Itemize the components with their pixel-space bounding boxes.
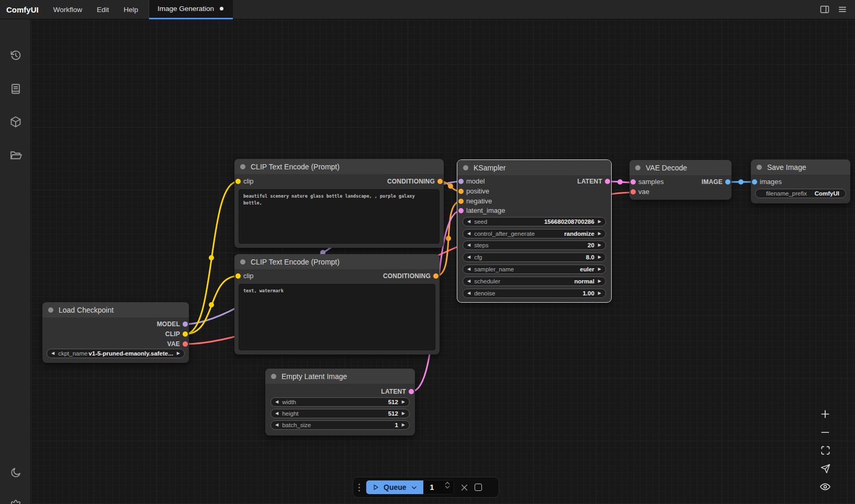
cancel-x-icon[interactable]: [460, 483, 469, 492]
node-canvas[interactable]: [31, 19, 855, 504]
output-slot-conditioning[interactable]: CONDITIONING: [383, 271, 440, 281]
latent-pin[interactable]: [458, 208, 464, 213]
image-pin[interactable]: [725, 179, 730, 185]
toggle-links-eye-icon[interactable]: [818, 480, 832, 494]
stepper-down-icon[interactable]: [445, 486, 450, 489]
collapse-dot[interactable]: [240, 259, 245, 265]
stepper-up-icon[interactable]: [445, 482, 450, 485]
input-slot-vae[interactable]: vae: [629, 187, 649, 197]
node-title-bar[interactable]: CLIP Text Encode (Prompt): [234, 254, 440, 269]
node-clip-text-encode-negative[interactable]: CLIP Text Encode (Prompt) clip CONDITION…: [234, 254, 440, 354]
prev-arrow-icon[interactable]: ◀: [467, 255, 470, 259]
node-library-icon[interactable]: [0, 77, 31, 100]
next-arrow-icon[interactable]: ▶: [177, 351, 180, 356]
collapse-dot[interactable]: [48, 307, 53, 313]
input-slot-latent-image[interactable]: latent_image: [457, 205, 505, 215]
height-widget[interactable]: ◀ height 512 ▶: [271, 409, 410, 418]
prev-arrow-icon[interactable]: ◀: [467, 291, 470, 295]
vae-pin[interactable]: [631, 189, 636, 194]
input-slot-clip[interactable]: clip: [234, 271, 254, 281]
settings-gear-icon[interactable]: [0, 495, 31, 504]
input-slot-negative[interactable]: negative: [457, 196, 492, 206]
sampler-name-widget[interactable]: ◀ sampler_name euler ▶: [463, 265, 606, 274]
batch-count-input[interactable]: 1: [423, 480, 454, 494]
latent-pin[interactable]: [605, 179, 610, 184]
output-slot-model[interactable]: MODEL: [157, 319, 189, 329]
prev-arrow-icon[interactable]: ◀: [51, 351, 54, 356]
history-icon[interactable]: [0, 44, 31, 67]
collapse-dot[interactable]: [463, 165, 468, 170]
menu-edit[interactable]: Edit: [89, 0, 116, 19]
prev-arrow-icon[interactable]: ◀: [275, 411, 278, 416]
node-title-bar[interactable]: KSampler: [457, 160, 611, 175]
ckpt-name-widget[interactable]: ◀ ckpt_name v1-5-pruned-emaonly.safete..…: [47, 349, 185, 358]
tab-image-generation[interactable]: Image Generation: [149, 0, 233, 19]
seed-widget[interactable]: ◀ seed 156680208700286 ▶: [463, 217, 606, 226]
input-slot-positive[interactable]: positive: [457, 186, 489, 196]
model-library-icon[interactable]: [0, 110, 31, 133]
fit-view-icon[interactable]: [818, 443, 832, 457]
node-title-bar[interactable]: CLIP Text Encode (Prompt): [234, 159, 444, 174]
prev-arrow-icon[interactable]: ◀: [275, 423, 278, 427]
zoom-out-icon[interactable]: [818, 426, 832, 439]
node-title-bar[interactable]: Save Image: [751, 159, 850, 175]
vae-pin[interactable]: [183, 341, 188, 347]
prev-arrow-icon[interactable]: ◀: [467, 279, 470, 283]
panel-toggle-icon[interactable]: [819, 4, 830, 15]
node-vae-decode[interactable]: VAE Decode samples IMAGE vae: [629, 160, 732, 200]
conditioning-pin[interactable]: [433, 273, 438, 279]
batch-size-widget[interactable]: ◀ batch_size 1 ▶: [271, 420, 410, 430]
clip-pin[interactable]: [235, 273, 241, 279]
prev-arrow-icon[interactable]: ◀: [467, 243, 470, 247]
collapse-dot[interactable]: [635, 165, 640, 170]
cfg-widget[interactable]: ◀ cfg 8.0 ▶: [463, 253, 606, 262]
stop-square-icon[interactable]: [475, 484, 482, 491]
output-slot-latent[interactable]: LATENT: [577, 176, 611, 186]
output-slot-clip[interactable]: CLIP: [165, 329, 189, 339]
filename-prefix-widget[interactable]: filename_prefix ComfyUI: [755, 189, 846, 198]
next-arrow-icon[interactable]: ▶: [598, 267, 601, 271]
menu-help[interactable]: Help: [116, 0, 145, 19]
output-slot-conditioning[interactable]: CONDITIONING: [387, 176, 444, 186]
prompt-textarea[interactable]: text, watermark: [239, 284, 435, 350]
input-slot-clip[interactable]: clip: [234, 176, 254, 186]
latent-pin[interactable]: [631, 179, 636, 185]
clip-pin[interactable]: [235, 179, 241, 184]
node-title-bar[interactable]: Empty Latent Image: [265, 369, 415, 384]
denoise-widget[interactable]: ◀ denoise 1.00 ▶: [463, 289, 606, 298]
conditioning-pin[interactable]: [458, 199, 464, 204]
control-after-generate-widget[interactable]: ◀ control_after_generate randomize ▶: [463, 229, 606, 238]
hamburger-menu-icon[interactable]: [837, 4, 848, 15]
queue-button[interactable]: Queue: [366, 480, 423, 494]
next-arrow-icon[interactable]: ▶: [598, 220, 601, 224]
steps-widget[interactable]: ◀ steps 20 ▶: [463, 240, 606, 250]
prev-arrow-icon[interactable]: ◀: [467, 220, 470, 224]
conditioning-pin[interactable]: [437, 179, 443, 184]
next-arrow-icon[interactable]: ▶: [598, 243, 601, 247]
output-slot-vae[interactable]: VAE: [167, 339, 189, 349]
conditioning-pin[interactable]: [458, 189, 464, 194]
collapse-dot[interactable]: [271, 374, 276, 379]
next-arrow-icon[interactable]: ▶: [402, 400, 405, 404]
node-title-bar[interactable]: Load Checkpoint: [42, 302, 189, 317]
drag-handle[interactable]: [358, 484, 360, 491]
node-title-bar[interactable]: VAE Decode: [629, 160, 732, 175]
prev-arrow-icon[interactable]: ◀: [467, 267, 470, 271]
model-pin[interactable]: [458, 179, 464, 184]
collapse-dot[interactable]: [240, 164, 245, 169]
clip-pin[interactable]: [183, 331, 188, 337]
prev-arrow-icon[interactable]: ◀: [275, 400, 278, 404]
next-arrow-icon[interactable]: ▶: [598, 279, 601, 283]
input-slot-images[interactable]: images: [751, 177, 782, 187]
model-pin[interactable]: [183, 322, 188, 327]
prompt-textarea[interactable]: beautiful scenery nature glass bottle la…: [239, 189, 440, 244]
latent-pin[interactable]: [409, 389, 414, 394]
output-slot-latent[interactable]: LATENT: [381, 386, 415, 396]
output-slot-image[interactable]: IMAGE: [702, 177, 732, 187]
node-ksampler[interactable]: KSampler model LATENT positive negative …: [457, 160, 611, 302]
pointer-send-icon[interactable]: [818, 462, 832, 475]
scheduler-widget[interactable]: ◀ scheduler normal ▶: [463, 277, 606, 286]
next-arrow-icon[interactable]: ▶: [402, 411, 405, 416]
image-pin[interactable]: [752, 179, 757, 185]
node-load-checkpoint[interactable]: Load Checkpoint MODEL CLIP VAE ◀ ckpt_na…: [42, 302, 189, 363]
